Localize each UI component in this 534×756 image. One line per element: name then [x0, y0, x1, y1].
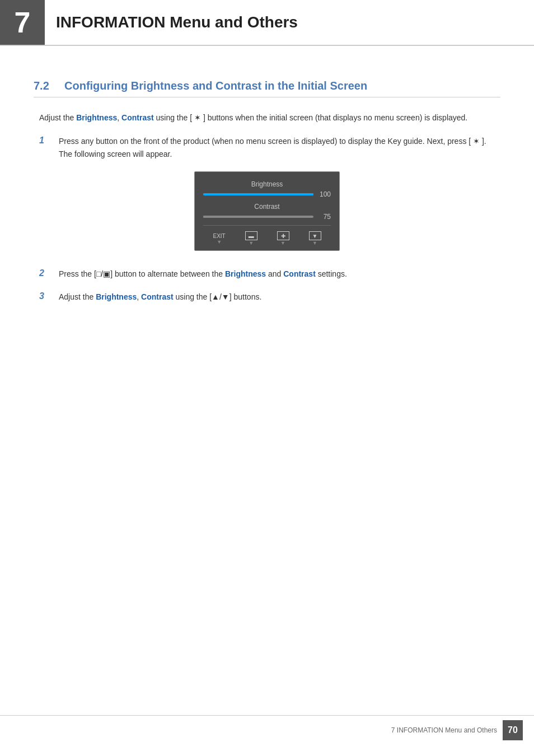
- section-heading: 7.2 Configuring Brightness and Contrast …: [34, 80, 500, 97]
- main-content: 7.2 Configuring Brightness and Contrast …: [0, 63, 534, 347]
- screen-btn-3: ▼ ▼: [309, 231, 321, 246]
- intro-highlight-brightness: Brightness: [76, 113, 117, 122]
- section-title: Configuring Brightness and Contrast in t…: [64, 80, 367, 92]
- chapter-title: INFORMATION Menu and Others: [45, 0, 298, 45]
- section-number: 7.2: [34, 80, 56, 92]
- brightness-value: 100: [317, 190, 331, 198]
- chapter-number: 7: [0, 0, 45, 45]
- exit-label: EXIT: [213, 233, 225, 239]
- step-1-text: Press any button on the front of the pro…: [59, 135, 500, 160]
- step-2: 2 Press the [□/▣] button to alternate be…: [34, 268, 500, 280]
- screen-divider: [203, 225, 331, 226]
- btn-minus-icon: ▬: [245, 231, 257, 240]
- step-3-contrast: Contrast: [141, 292, 174, 301]
- page-header: 7 INFORMATION Menu and Others: [0, 0, 534, 46]
- btn-down-icon: ▼: [309, 231, 321, 240]
- step-3: 3 Adjust the Brightness, Contrast using …: [34, 291, 500, 303]
- btn-plus-icon: ✚: [277, 231, 289, 240]
- intro-text-before: Adjust the: [39, 113, 76, 122]
- btn-2-arrow: ▼: [280, 240, 285, 246]
- contrast-label: Contrast: [203, 203, 331, 211]
- step-1-number: 1: [39, 136, 53, 146]
- screen-mockup: Brightness 100 Contrast 75: [194, 171, 340, 251]
- brightness-row: Brightness 100: [203, 180, 331, 198]
- contrast-slider-row: 75: [203, 213, 331, 221]
- step-2-text: Press the [□/▣] button to alternate betw…: [59, 268, 500, 280]
- contrast-fill: [203, 216, 286, 218]
- intro-paragraph: Adjust the Brightness, Contrast using th…: [34, 111, 500, 124]
- footer-text: 7 INFORMATION Menu and Others: [391, 726, 497, 734]
- page-number: 70: [503, 720, 523, 740]
- intro-text-after: using the [ ✶ ] buttons when the initial…: [154, 113, 468, 122]
- brightness-fill: [203, 193, 313, 195]
- step-3-text: Adjust the Brightness, Contrast using th…: [59, 291, 500, 303]
- intro-highlight-contrast: Contrast: [121, 113, 154, 122]
- page-footer: 7 INFORMATION Menu and Others 70: [0, 715, 534, 745]
- intro-separator: ,: [117, 113, 121, 122]
- screen-btn-2: ✚ ▼: [277, 231, 289, 246]
- contrast-row: Contrast 75: [203, 203, 331, 221]
- exit-arrow: ▼: [217, 239, 222, 245]
- btn-1-arrow: ▼: [249, 240, 254, 246]
- contrast-track: [203, 216, 313, 218]
- step-2-contrast: Contrast: [283, 269, 316, 278]
- step-1: 1 Press any button on the front of the p…: [34, 135, 500, 160]
- screen-mockup-container: Brightness 100 Contrast 75: [34, 171, 500, 251]
- step-3-brightness: Brightness: [96, 292, 137, 301]
- contrast-value: 75: [317, 213, 331, 221]
- brightness-track: [203, 193, 313, 195]
- brightness-label: Brightness: [203, 180, 331, 188]
- btn-3-arrow: ▼: [312, 240, 317, 246]
- step-3-number: 3: [39, 291, 53, 301]
- exit-button: EXIT ▼: [213, 233, 225, 245]
- step-2-number: 2: [39, 268, 53, 278]
- brightness-slider-row: 100: [203, 190, 331, 198]
- screen-buttons-row: EXIT ▼ ▬ ▼ ✚ ▼ ▼ ▼: [203, 229, 331, 246]
- screen-btn-1: ▬ ▼: [245, 231, 257, 246]
- step-2-brightness: Brightness: [225, 269, 266, 278]
